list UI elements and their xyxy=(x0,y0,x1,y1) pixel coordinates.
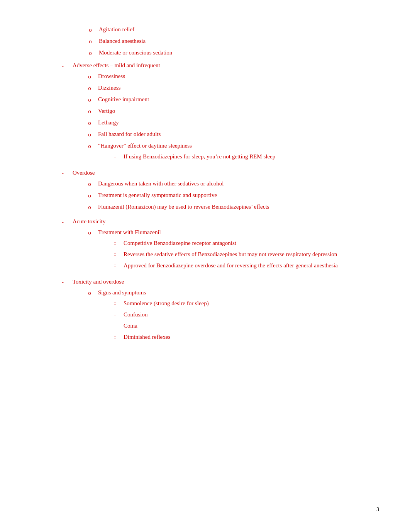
list-item: o Moderate or conscious sedation xyxy=(85,48,379,58)
bullet-o-icon: o xyxy=(85,48,96,58)
section-content: Overdose o Dangerous when taken with oth… xyxy=(73,168,379,214)
item-label: Reverses the sedative effects of Benzodi… xyxy=(124,250,379,259)
dash-icon: - xyxy=(62,168,69,178)
item-label: Moderate or conscious sedation xyxy=(99,48,379,57)
list-item: □ Reverses the sedative effects of Benzo… xyxy=(110,250,379,259)
section-title: Adverse effects – mild and infrequent xyxy=(73,62,160,68)
list-item: - Toxicity and overdose o Signs and symp… xyxy=(62,277,379,345)
adverse-effects-list: o Drowsiness o Dizziness o xyxy=(84,71,379,163)
square-bullet-icon: □ xyxy=(110,252,120,258)
item-content: Treatment with Flumazenil □ Competitive … xyxy=(98,228,379,272)
square-bullet-icon: □ xyxy=(110,240,120,246)
list-item: □ Diminished reflexes xyxy=(110,332,379,342)
item-content: Cognitive impairment xyxy=(98,95,379,104)
list-item: □ If using Benzodiazepines for sleep, yo… xyxy=(110,152,379,161)
acute-toxicity-list: o Treatment with Flumazenil □ Competitiv… xyxy=(84,228,379,272)
list-item: o Vertigo xyxy=(84,106,379,116)
item-label: Fall hazard for older adults xyxy=(98,131,161,137)
item-label: Approved for Benzodiazepine overdose and… xyxy=(124,261,379,270)
item-label: Treatment is generally symptomatic and s… xyxy=(98,192,217,198)
item-label: Diminished reflexes xyxy=(124,332,379,342)
dash-icon: - xyxy=(62,217,69,226)
section-title: Overdose xyxy=(73,170,95,176)
hangover-subitems: □ If using Benzodiazepines for sleep, yo… xyxy=(110,152,379,161)
bullet-o-icon: o xyxy=(84,72,95,81)
section-content: Adverse effects – mild and infrequent o … xyxy=(73,61,379,165)
list-item: o Cognitive impairment xyxy=(84,95,379,104)
list-item: - Adverse effects – mild and infrequent … xyxy=(62,61,379,165)
item-label: Balanced anesthesia xyxy=(99,36,379,46)
list-item: o Lethargy xyxy=(84,118,379,127)
bullet-o-icon: o xyxy=(84,202,95,212)
item-content: Treatment is generally symptomatic and s… xyxy=(98,190,379,200)
square-bullet-icon: □ xyxy=(110,312,120,318)
dash-icon: - xyxy=(62,277,69,287)
bullet-o-icon: o xyxy=(85,37,96,46)
list-item: o Flumazenil (Romazicon) may be used to … xyxy=(84,202,379,212)
item-label: Competitive Benzodiazepine receptor anta… xyxy=(124,238,379,248)
page-number: 3 xyxy=(376,507,379,513)
bullet-o-icon: o xyxy=(84,107,95,116)
section-content: Acute toxicity o Treatment with Flumazen… xyxy=(73,217,379,274)
item-label: Treatment with Flumazenil xyxy=(98,229,161,235)
item-label: Somnolence (strong desire for sleep) xyxy=(124,299,379,308)
content-area: o Agitation relief o Balanced anesthesia… xyxy=(62,25,379,345)
acute-toxicity-section: - Acute toxicity o Treatment with Flumaz… xyxy=(62,217,379,274)
dash-icon: - xyxy=(62,61,69,70)
item-content: Flumazenil (Romazicon) may be used to re… xyxy=(98,202,379,211)
list-item: o Dizziness xyxy=(84,83,379,93)
bullet-o-icon: o xyxy=(84,130,95,139)
item-label: Dizziness xyxy=(98,85,120,91)
item-label: If using Benzodiazepines for sleep, you’… xyxy=(124,152,379,161)
list-item: □ Competitive Benzodiazepine receptor an… xyxy=(110,238,379,248)
list-item: o Agitation relief xyxy=(85,25,379,34)
square-bullet-icon: □ xyxy=(110,334,120,340)
item-label: Signs and symptoms xyxy=(98,289,146,296)
bullet-o-icon: o xyxy=(84,95,95,104)
item-label: Flumazenil (Romazicon) may be used to re… xyxy=(98,204,269,210)
item-label: Coma xyxy=(124,321,379,330)
bullet-o-icon: o xyxy=(84,191,95,200)
square-bullet-icon: □ xyxy=(110,301,120,307)
list-item: o Balanced anesthesia xyxy=(85,36,379,46)
list-item: □ Coma xyxy=(110,321,379,330)
list-item: o Dangerous when taken with other sedati… xyxy=(84,179,379,189)
list-item: o Treatment with Flumazenil □ Competitiv… xyxy=(84,228,379,272)
section-title: Acute toxicity xyxy=(73,218,105,224)
list-item: o Signs and symptoms □ Somnolence (stron… xyxy=(84,288,379,343)
square-bullet-icon: □ xyxy=(110,263,120,269)
bullet-o-icon: o xyxy=(84,141,95,151)
list-item: o Treatment is generally symptomatic and… xyxy=(84,190,379,200)
item-content: Vertigo xyxy=(98,106,379,116)
uses-sublist: o Agitation relief o Balanced anesthesia… xyxy=(85,25,379,58)
section-title: Toxicity and overdose xyxy=(73,279,124,285)
list-item: □ Approved for Benzodiazepine overdose a… xyxy=(110,261,379,270)
overdose-section: - Overdose o Dangerous when taken with o… xyxy=(62,168,379,214)
bullet-o-icon: o xyxy=(84,118,95,127)
item-label: “Hangover” effect or daytime sleepiness xyxy=(98,143,192,149)
item-label: Agitation relief xyxy=(99,25,379,34)
bullet-o-icon: o xyxy=(84,228,95,237)
list-item: □ Somnolence (strong desire for sleep) xyxy=(110,299,379,308)
section-content: Toxicity and overdose o Signs and sympto… xyxy=(73,277,379,345)
list-item: o Drowsiness xyxy=(84,71,379,81)
item-content: Dizziness xyxy=(98,83,379,92)
signs-symptoms-subitems: □ Somnolence (strong desire for sleep) □… xyxy=(110,299,379,342)
item-content: Dangerous when taken with other sedative… xyxy=(98,179,379,188)
toxicity-overdose-section: - Toxicity and overdose o Signs and symp… xyxy=(62,277,379,345)
item-label: Drowsiness xyxy=(98,73,125,79)
treatment-flumazenil-subitems: □ Competitive Benzodiazepine receptor an… xyxy=(110,238,379,270)
item-label: Dangerous when taken with other sedative… xyxy=(98,180,224,187)
adverse-effects-section: - Adverse effects – mild and infrequent … xyxy=(62,61,379,165)
item-content: Lethargy xyxy=(98,118,379,127)
item-content: “Hangover” effect or daytime sleepiness … xyxy=(98,141,379,163)
bullet-o-icon: o xyxy=(85,25,96,34)
list-item: o Fall hazard for older adults xyxy=(84,129,379,139)
item-label: Lethargy xyxy=(98,119,119,126)
item-content: Fall hazard for older adults xyxy=(98,129,379,139)
item-content: Signs and symptoms □ Somnolence (strong … xyxy=(98,288,379,343)
list-item: - Acute toxicity o Treatment with Flumaz… xyxy=(62,217,379,274)
square-bullet-icon: □ xyxy=(110,154,120,160)
bullet-o-icon: o xyxy=(84,288,95,297)
toxicity-list: o Signs and symptoms □ Somnolence (stron… xyxy=(84,288,379,343)
